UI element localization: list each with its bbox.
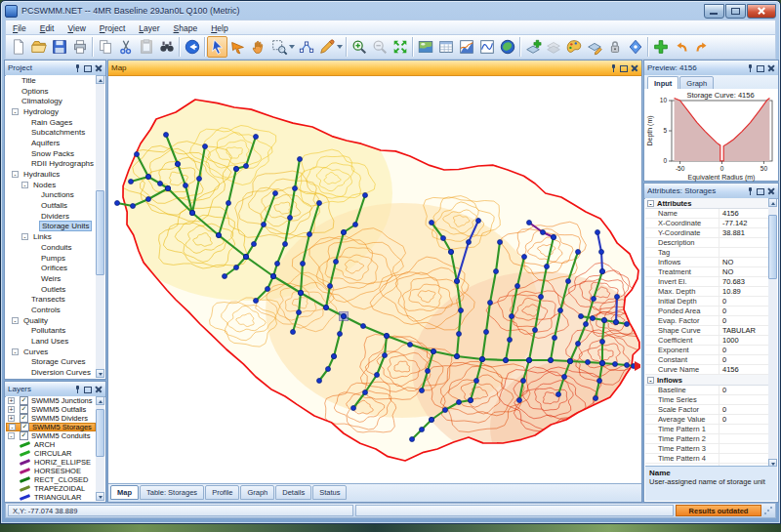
profile-chart-icon[interactable] bbox=[456, 36, 476, 58]
pin-icon[interactable] bbox=[73, 64, 81, 72]
minimize-button[interactable] bbox=[704, 4, 724, 19]
layer-row-triangular[interactable]: TRIANGULAR bbox=[6, 493, 96, 501]
attr-row-inflows[interactable]: InflowsNO bbox=[645, 258, 768, 267]
attr-value[interactable]: 0 bbox=[719, 316, 768, 325]
attr-row-tag[interactable]: Tag bbox=[645, 248, 768, 258]
attr-value[interactable]: 38.881 bbox=[719, 228, 768, 237]
attr-row-shape-curve[interactable]: Shape CurveTABULAR bbox=[645, 326, 768, 336]
attributes-scrollbar[interactable] bbox=[768, 198, 777, 468]
pin-icon[interactable] bbox=[73, 386, 81, 393]
open-folder-icon[interactable] bbox=[28, 36, 49, 58]
close-panel-icon[interactable] bbox=[767, 64, 775, 72]
tree-item-pollutants[interactable]: Pollutants bbox=[6, 326, 96, 337]
cut-icon[interactable] bbox=[115, 36, 136, 58]
attr-value[interactable]: NO bbox=[719, 267, 768, 276]
layers-scrollbar[interactable] bbox=[96, 396, 104, 501]
tree-item-hydraulics[interactable]: -Hydraulics bbox=[6, 169, 96, 180]
doc-tab-map[interactable]: Map bbox=[110, 485, 139, 500]
attr-value[interactable]: 0 bbox=[719, 297, 768, 306]
tree-item-dividers[interactable]: Dividers bbox=[6, 211, 96, 222]
tree-item-junctions[interactable]: Junctions bbox=[6, 190, 96, 201]
tree-expander-icon[interactable]: - bbox=[12, 171, 19, 178]
tree-item-hydrology[interactable]: -Hydrology bbox=[6, 106, 96, 117]
attr-value[interactable]: 0 bbox=[719, 405, 768, 414]
tree-item-outfalls[interactable]: Outfalls bbox=[6, 200, 96, 211]
maximize-panel-icon[interactable] bbox=[84, 64, 92, 72]
tree-item-links[interactable]: -Links bbox=[6, 231, 96, 242]
attr-row-evap-factor[interactable]: Evap. Factor0 bbox=[645, 316, 768, 326]
attr-value[interactable]: 4156 bbox=[719, 209, 768, 218]
tree-item-aquifers[interactable]: Aquifers bbox=[6, 138, 96, 148]
scroll-up-icon[interactable] bbox=[768, 198, 777, 207]
close-panel-icon[interactable] bbox=[631, 64, 638, 72]
tree-expander-icon[interactable]: - bbox=[21, 233, 28, 240]
layer-expander-icon[interactable]: + bbox=[8, 415, 15, 422]
attr-row-y-coordinate[interactable]: Y-Coordinate38.881 bbox=[645, 228, 768, 238]
layer-visibility-checkbox[interactable]: ✓ bbox=[20, 431, 28, 440]
menu-item-edit[interactable]: Edit bbox=[33, 20, 62, 35]
attr-group-header-inflows[interactable]: -Inflows bbox=[645, 375, 768, 386]
layer-row-swmm5-dividers[interactable]: +✓SWMM5 Dividers bbox=[6, 414, 96, 423]
scroll-down-icon[interactable] bbox=[96, 492, 104, 501]
zoom-in-icon[interactable] bbox=[349, 36, 369, 58]
layer-expander-icon[interactable]: - bbox=[9, 424, 16, 430]
tree-item-land-uses[interactable]: Land Uses bbox=[6, 336, 96, 347]
doc-tab-profile[interactable]: Profile bbox=[205, 485, 239, 500]
attr-row-name[interactable]: Name4156 bbox=[645, 209, 768, 219]
scroll-up-icon[interactable] bbox=[96, 396, 104, 405]
menu-item-view[interactable]: View bbox=[61, 20, 92, 35]
zoom-window-dropdown-arrow[interactable] bbox=[289, 45, 296, 49]
select-arrow-icon[interactable] bbox=[207, 36, 227, 58]
tree-expander-icon[interactable]: - bbox=[12, 317, 19, 324]
tree-item-storage-units[interactable]: Storage Units bbox=[6, 222, 96, 232]
layer-row-swmm5-conduits[interactable]: -✓SWMM5 Conduits bbox=[6, 431, 96, 440]
graph-view-icon[interactable] bbox=[476, 36, 497, 58]
doc-tab-details[interactable]: Details bbox=[275, 485, 311, 500]
layer-expander-icon[interactable]: + bbox=[8, 397, 15, 404]
layer-row-horseshoe[interactable]: HORSESHOE bbox=[6, 467, 96, 475]
undo-icon[interactable] bbox=[671, 36, 691, 58]
layer-row-circular[interactable]: CIRCULAR bbox=[6, 449, 96, 458]
attr-row-constant[interactable]: Constant0 bbox=[645, 355, 768, 365]
maximize-panel-icon[interactable] bbox=[84, 386, 92, 393]
new-file-icon[interactable] bbox=[8, 36, 28, 58]
layer-row-swmm5-storages[interactable]: -✓SWMM5 Storages bbox=[6, 423, 96, 431]
tree-item-storage-curves[interactable]: Storage Curves bbox=[6, 357, 96, 368]
attr-row-x-coordinate[interactable]: X-Coordinate-77.142 bbox=[645, 219, 768, 228]
find-icon[interactable] bbox=[156, 36, 177, 58]
tree-item-orifices[interactable]: Orifices bbox=[6, 263, 96, 273]
attr-row-curve-name[interactable]: Curve Name4156 bbox=[645, 365, 768, 375]
tree-item-title[interactable]: Title bbox=[6, 75, 96, 86]
scroll-up-icon[interactable] bbox=[96, 75, 104, 84]
attr-row-scale-factor[interactable]: Scale Factor0 bbox=[645, 405, 768, 415]
tree-item-quality[interactable]: -Quality bbox=[6, 315, 96, 326]
tree-item-rdii-hydrographs[interactable]: RDII Hydrographs bbox=[6, 159, 96, 170]
layer-row-rect-closed[interactable]: RECT_CLOSED bbox=[6, 475, 96, 484]
layer-expander-icon[interactable]: + bbox=[8, 406, 15, 413]
attr-row-ponded-area[interactable]: Ponded Area0 bbox=[645, 307, 768, 316]
attr-row-time-pattern-2[interactable]: Time Pattern 2 bbox=[645, 434, 768, 444]
navigate-back-icon[interactable] bbox=[182, 36, 202, 58]
menu-item-shape[interactable]: Shape bbox=[167, 20, 205, 35]
print-icon[interactable] bbox=[69, 36, 90, 58]
tree-item-climatology[interactable]: Climatology bbox=[6, 96, 96, 106]
measure-pencil-icon[interactable] bbox=[316, 36, 337, 58]
menu-item-help[interactable]: Help bbox=[204, 20, 234, 35]
flag-arrow-icon[interactable] bbox=[227, 36, 248, 58]
tree-expander-icon[interactable]: - bbox=[12, 348, 19, 355]
attr-row-time-series[interactable]: Time Series bbox=[645, 395, 768, 405]
doc-tab-graph[interactable]: Graph bbox=[240, 485, 274, 500]
layer-row-horiz-ellipse[interactable]: HORIZ_ELLIPSE bbox=[6, 458, 96, 467]
attr-value[interactable]: 70.683 bbox=[719, 277, 768, 286]
attr-value[interactable]: 0 bbox=[719, 386, 768, 394]
attr-row-max-depth[interactable]: Max. Depth10.89 bbox=[645, 287, 768, 297]
tree-item-nodes[interactable]: -Nodes bbox=[6, 180, 96, 190]
group-expander-icon[interactable]: - bbox=[647, 200, 654, 207]
close-panel-icon[interactable] bbox=[767, 187, 775, 195]
measure-pencil-dropdown-arrow[interactable] bbox=[337, 45, 344, 49]
zoom-window-icon[interactable] bbox=[268, 36, 289, 58]
attr-value[interactable]: 10.89 bbox=[719, 287, 768, 296]
layer-visibility-checkbox[interactable]: ✓ bbox=[21, 423, 29, 431]
table-view-icon[interactable] bbox=[435, 36, 456, 58]
preview-panel-header[interactable]: Preview: 4156 bbox=[644, 61, 778, 76]
